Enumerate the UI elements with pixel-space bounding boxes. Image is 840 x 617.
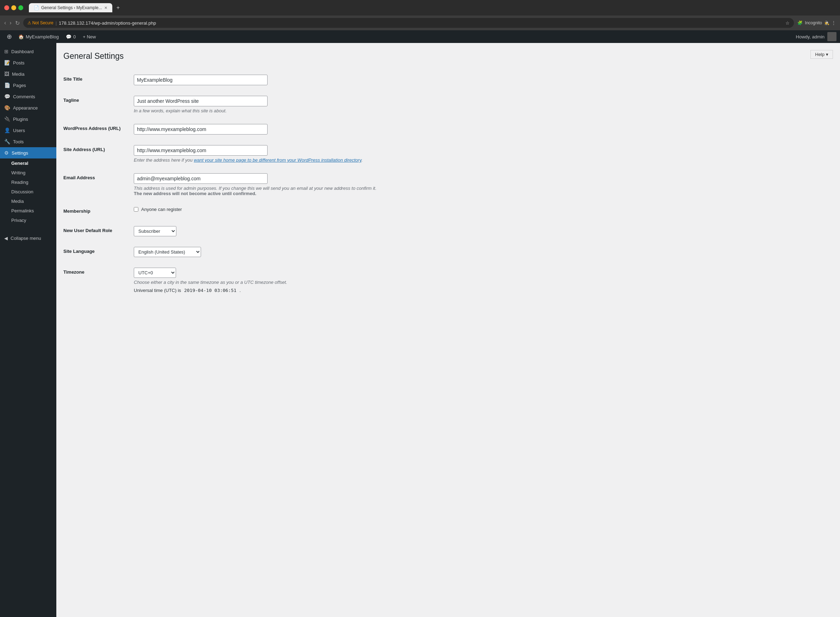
pages-icon: 📄 (4, 83, 10, 88)
site-address-cell: Enter the address here if you want your … (134, 140, 833, 168)
incognito-label: Incognito (805, 21, 822, 25)
incognito-section: 🧩 Incognito 🕵 ⋮ (797, 21, 836, 25)
timezone-label: Timezone (63, 262, 134, 298)
submenu-item-reading[interactable]: Reading (0, 177, 56, 187)
email-address-input[interactable] (134, 173, 268, 184)
utc-time-display: Universal time (UTC) is 2019-04-10 03:06… (134, 288, 833, 293)
tab-page-icon: 📄 (34, 5, 39, 10)
sidebar-item-appearance[interactable]: 🎨 Appearance (0, 102, 56, 114)
membership-checkbox-label[interactable]: Anyone can register (134, 207, 833, 212)
warning-icon: ⚠ (28, 21, 31, 25)
sidebar-item-plugins[interactable]: 🔌 Plugins (0, 114, 56, 125)
membership-checkbox[interactable] (134, 207, 139, 212)
timezone-cell: UTC+0 Choose either a city in the same t… (134, 262, 833, 298)
sidebar-item-users[interactable]: 👤 Users (0, 125, 56, 136)
sidebar-item-comments[interactable]: 💬 Comments (0, 91, 56, 102)
admin-avatar[interactable] (827, 32, 837, 41)
tagline-row: Tagline In a few words, explain what thi… (63, 90, 833, 119)
wp-logo[interactable]: ⊕ (3, 30, 15, 43)
chevron-down-icon: ▾ (826, 52, 828, 57)
admin-bar-howdy: Howdy, admin (796, 34, 827, 40)
tagline-cell: In a few words, explain what this site i… (134, 90, 833, 119)
appearance-icon: 🎨 (4, 105, 10, 111)
sidebar: ⊞ Dashboard 📝 Posts 🖼 Media 📄 Pages 💬 Co… (0, 43, 56, 617)
tab-close-button[interactable]: ✕ (104, 6, 108, 10)
timezone-row: Timezone UTC+0 Choose either a city in t… (63, 262, 833, 298)
timezone-select[interactable]: UTC+0 (134, 268, 176, 278)
bookmark-icon[interactable]: ☆ (785, 21, 790, 26)
site-language-select[interactable]: English (United States) (134, 247, 201, 257)
minimize-window-button[interactable] (11, 5, 16, 10)
tagline-input[interactable] (134, 96, 268, 106)
sidebar-item-tools[interactable]: 🔧 Tools (0, 136, 56, 147)
submenu-item-general[interactable]: General (0, 158, 56, 168)
site-title-cell (134, 69, 833, 90)
email-address-row: Email Address This address is used for a… (63, 168, 833, 201)
menu-icon[interactable]: ⋮ (831, 21, 836, 25)
content-area: Help ▾ General Settings Site Title Tagli… (56, 43, 840, 617)
wp-main: ⊞ Dashboard 📝 Posts 🖼 Media 📄 Pages 💬 Co… (0, 43, 840, 617)
home-icon: 🏠 (18, 34, 24, 40)
address-bar[interactable]: ⚠ Not Secure | 178.128.132.174/wp-admin/… (23, 18, 794, 28)
wp-address-label: WordPress Address (URL) (63, 119, 134, 140)
admin-bar-new[interactable]: + New (79, 30, 99, 43)
reload-button[interactable]: ↻ (15, 20, 20, 27)
site-title-label: Site Title (63, 69, 134, 90)
forward-button[interactable]: › (9, 20, 11, 26)
wp-address-row: WordPress Address (URL) (63, 119, 833, 140)
settings-form-table: Site Title Tagline In a few words, expla… (63, 69, 833, 298)
sidebar-item-media[interactable]: 🖼 Media (0, 68, 56, 80)
email-address-cell: This address is used for admin purposes.… (134, 168, 833, 201)
collapse-icon: ◀ (4, 236, 8, 241)
new-tab-button[interactable]: + (116, 4, 120, 11)
wp-address-cell (134, 119, 833, 140)
site-address-link[interactable]: want your site home page to be different… (194, 157, 361, 163)
comments-icon: 💬 (66, 34, 71, 40)
admin-bar-site[interactable]: 🏠 MyExampleBlog (15, 30, 62, 43)
extensions-icon: 🧩 (797, 21, 803, 25)
utc-time-value: 2019-04-10 03:06:51 (182, 287, 238, 294)
address-bar-row: ‹ › ↻ ⚠ Not Secure | 178.128.132.174/wp-… (0, 15, 840, 30)
media-icon: 🖼 (4, 71, 9, 77)
admin-bar-comments[interactable]: 💬 0 (62, 30, 79, 43)
tab-title: General Settings ‹ MyExample... (41, 5, 102, 10)
submenu-item-media[interactable]: Media (0, 196, 56, 206)
dashboard-icon: ⊞ (4, 49, 9, 54)
submenu-item-writing[interactable]: Writing (0, 168, 56, 177)
sidebar-item-posts[interactable]: 📝 Posts (0, 57, 56, 68)
submenu-item-permalinks[interactable]: Permalinks (0, 206, 56, 216)
not-secure-indicator: ⚠ Not Secure (28, 21, 53, 25)
users-icon: 👤 (4, 127, 10, 133)
browser-chrome: 📄 General Settings ‹ MyExample... ✕ + (0, 0, 840, 15)
site-address-input[interactable] (134, 145, 268, 156)
email-note: This address is used for admin purposes.… (134, 186, 380, 196)
new-user-role-cell: Subscriber (134, 221, 833, 242)
submenu-item-privacy[interactable]: Privacy (0, 216, 56, 225)
site-title-input[interactable] (134, 75, 268, 85)
site-address-row: Site Address (URL) Enter the address her… (63, 140, 833, 168)
membership-cell: Anyone can register (134, 201, 833, 221)
site-language-cell: English (United States) (134, 242, 833, 262)
wp-address-input[interactable] (134, 124, 268, 134)
browser-window-controls (4, 5, 23, 10)
membership-row: Membership Anyone can register (63, 201, 833, 221)
submenu-item-discussion[interactable]: Discussion (0, 187, 56, 196)
site-language-label: Site Language (63, 242, 134, 262)
comments-nav-icon: 💬 (4, 94, 10, 99)
collapse-menu-button[interactable]: ◀ Collapse menu (0, 232, 56, 244)
sidebar-item-settings[interactable]: ⚙ Settings (0, 147, 56, 158)
sidebar-item-dashboard[interactable]: ⊞ Dashboard (0, 46, 56, 57)
help-button[interactable]: Help ▾ (811, 50, 833, 59)
back-button[interactable]: ‹ (4, 20, 6, 26)
tagline-description: In a few words, explain what this site i… (134, 108, 833, 114)
new-user-role-select[interactable]: Subscriber (134, 226, 176, 236)
close-window-button[interactable] (4, 5, 9, 10)
site-address-label: Site Address (URL) (63, 140, 134, 168)
incognito-icon: 🕵 (824, 21, 830, 25)
tagline-label: Tagline (63, 90, 134, 119)
maximize-window-button[interactable] (18, 5, 23, 10)
email-address-label: Email Address (63, 168, 134, 201)
timezone-note: Choose either a city in the same timezon… (134, 280, 833, 285)
sidebar-item-pages[interactable]: 📄 Pages (0, 80, 56, 91)
browser-tab[interactable]: 📄 General Settings ‹ MyExample... ✕ (29, 3, 112, 12)
